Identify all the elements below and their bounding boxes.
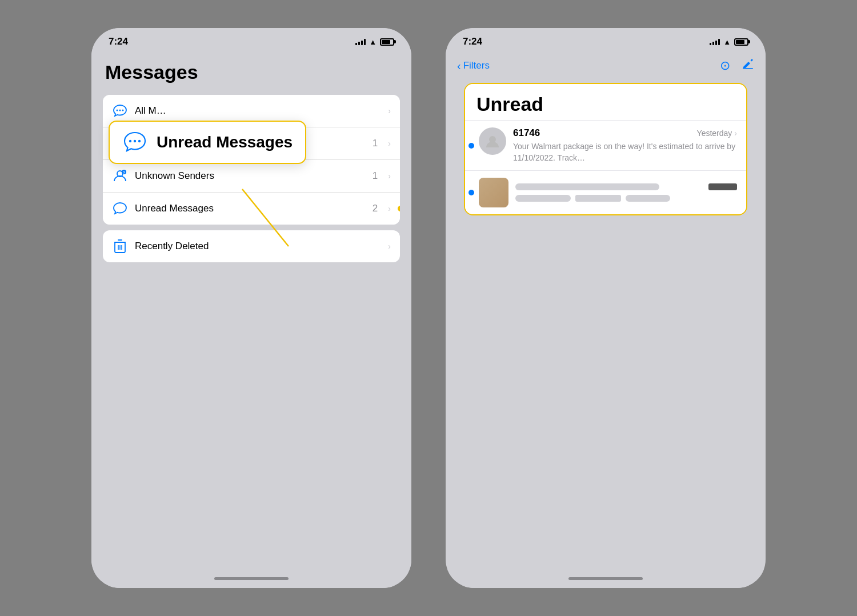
back-chevron-icon: ‹ [457, 59, 461, 73]
svg-point-13 [129, 140, 131, 142]
home-bar-right [568, 577, 643, 580]
svg-text:?: ? [123, 171, 125, 175]
filter-label-unread: Unread Messages [135, 203, 366, 214]
messages-screen: Messages All M… › [91, 52, 411, 569]
status-bar-left: 7:24 ▲ [91, 28, 411, 52]
wifi-icon-right: ▲ [723, 38, 731, 46]
battery-icon-right [734, 38, 748, 46]
message-date-1: Yesterday › [697, 129, 737, 138]
unread-messages-icon [112, 201, 128, 217]
status-time-right: 7:24 [463, 36, 482, 47]
tooltip-box: Unread Messages [109, 121, 306, 164]
svg-point-0 [117, 110, 118, 111]
chevron-msg-1: › [734, 129, 737, 138]
message-info-walmart: 61746 Yesterday › Your Walmart package i… [513, 127, 737, 163]
message-preview-1: Your Walmart package is on the way! It's… [513, 141, 737, 163]
filter-count-unread: 2 [373, 203, 378, 214]
chevron-all: › [388, 106, 391, 115]
status-icons-right: ▲ [710, 38, 748, 46]
unread-container: Unread 61746 Yesterday › [455, 83, 756, 215]
back-button[interactable]: ‹ Filters [457, 59, 490, 73]
nav-actions: ⊙ [720, 58, 754, 74]
wifi-icon: ▲ [369, 38, 377, 46]
right-phone: 7:24 ▲ ‹ Filters ⊙ [446, 28, 766, 588]
tooltip-overlay: Unread Messages [109, 121, 306, 164]
messages-title: Messages [103, 61, 400, 83]
chevron-deleted: › [388, 242, 391, 251]
all-messages-icon [112, 103, 128, 119]
back-label: Filters [463, 60, 490, 71]
status-icons-left: ▲ [355, 38, 394, 46]
more-options-button[interactable]: ⊙ [720, 58, 730, 73]
unread-title: Unread [476, 93, 735, 115]
yellow-dot-annotation [398, 206, 400, 211]
svg-rect-17 [743, 68, 753, 69]
svg-point-2 [122, 110, 124, 111]
compose-button[interactable] [742, 58, 754, 74]
filter-label-all: All M… [135, 105, 381, 117]
home-indicator-right [446, 569, 766, 588]
message-item-blurred[interactable] [465, 170, 746, 214]
status-bar-right: 7:24 ▲ [446, 28, 766, 52]
signal-icon-right [710, 38, 720, 45]
nav-bar: ‹ Filters ⊙ [446, 52, 766, 81]
filter-count-unknown: 1 [373, 170, 378, 182]
tooltip-icon [122, 130, 147, 155]
unread-dot-1 [468, 143, 474, 149]
home-indicator-left [91, 569, 411, 588]
unknown-senders-icon: ? [112, 168, 128, 184]
message-sender-1: 61746 [513, 127, 540, 139]
battery-icon [380, 38, 394, 46]
avatar-walmart [479, 127, 506, 155]
chevron-unread: › [388, 204, 391, 213]
avatar-blurred [479, 178, 508, 207]
trash-icon [112, 238, 128, 254]
filter-count-known: 1 [373, 138, 378, 149]
status-time-left: 7:24 [109, 36, 128, 47]
filter-label-unknown: Unknown Senders [135, 170, 366, 182]
svg-point-15 [138, 140, 141, 142]
chevron-known: › [388, 139, 391, 148]
chevron-unknown: › [388, 171, 391, 181]
unread-header: Unread [465, 84, 746, 120]
tooltip-text: Unread Messages [157, 133, 293, 151]
recently-deleted-label: Recently Deleted [135, 241, 381, 252]
message-item-walmart[interactable]: 61746 Yesterday › Your Walmart package i… [465, 120, 746, 170]
filter-item-recently-deleted[interactable]: Recently Deleted › [103, 230, 400, 262]
unread-dot-2 [468, 190, 474, 195]
filter-item-unread[interactable]: Unread Messages 2 › [103, 193, 400, 225]
svg-point-14 [134, 140, 136, 142]
blurred-text [515, 183, 737, 202]
left-phone: 7:24 ▲ Messages [91, 28, 411, 588]
signal-icon [355, 38, 366, 45]
svg-point-1 [119, 110, 121, 111]
home-bar-left [214, 577, 289, 580]
filter-item-unknown[interactable]: ? Unknown Senders 1 › [103, 160, 400, 193]
message-row-1: 61746 Yesterday › [513, 127, 737, 139]
unread-messages-panel: Unread 61746 Yesterday › [464, 83, 747, 215]
